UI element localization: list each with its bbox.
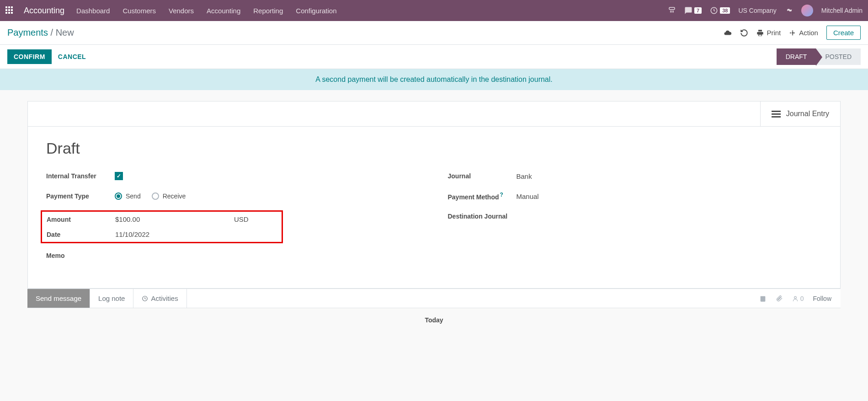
activities-badge: 38 bbox=[720, 7, 730, 14]
breadcrumb-parent[interactable]: Payments bbox=[7, 27, 48, 37]
phone-icon[interactable] bbox=[668, 6, 676, 15]
status-posted[interactable]: POSTED bbox=[816, 48, 861, 65]
value-journal[interactable]: Bank bbox=[517, 172, 532, 180]
svg-point-3 bbox=[794, 296, 796, 299]
nav-dashboard[interactable]: Dashboard bbox=[76, 7, 110, 15]
status-draft[interactable]: DRAFT bbox=[777, 48, 816, 65]
journal-entry-button[interactable]: Journal Entry bbox=[760, 102, 840, 126]
chatter-today: Today bbox=[27, 308, 841, 332]
value-date[interactable]: 11/10/2022 bbox=[115, 230, 149, 238]
discard-icon[interactable] bbox=[740, 29, 748, 37]
breadcrumb-current: New bbox=[56, 27, 74, 37]
messages-icon[interactable]: 7 bbox=[684, 6, 702, 15]
label-payment-method: Payment Method? bbox=[448, 192, 517, 201]
label-internal-transfer: Internal Transfer bbox=[46, 172, 115, 180]
value-payment-method[interactable]: Manual bbox=[517, 192, 539, 200]
tools-icon[interactable] bbox=[785, 6, 793, 15]
log-note-tab[interactable]: Log note bbox=[90, 289, 133, 308]
company-switcher[interactable]: US Company bbox=[738, 7, 776, 14]
avatar[interactable] bbox=[801, 5, 813, 16]
label-destination-journal: Destination Journal bbox=[448, 213, 517, 220]
nav-accounting[interactable]: Accounting bbox=[207, 7, 240, 15]
cloud-icon[interactable] bbox=[724, 29, 732, 37]
label-journal: Journal bbox=[448, 172, 517, 180]
value-currency[interactable]: USD bbox=[234, 215, 249, 223]
form-sheet: Journal Entry Draft Internal Transfer Pa… bbox=[27, 101, 841, 289]
follow-button[interactable]: Follow bbox=[813, 295, 831, 302]
record-title: Draft bbox=[46, 139, 822, 157]
label-amount: Amount bbox=[47, 216, 115, 223]
chatter: Send message Log note Activities 0 Follo… bbox=[27, 289, 841, 332]
send-message-tab[interactable]: Send message bbox=[27, 289, 90, 308]
radio-receive[interactable]: Receive bbox=[152, 192, 186, 200]
activities-icon[interactable]: 38 bbox=[710, 6, 730, 15]
nav-vendors[interactable]: Vendors bbox=[169, 7, 194, 15]
action-button[interactable]: Action bbox=[789, 29, 818, 37]
app-brand[interactable]: Accounting bbox=[24, 6, 64, 16]
activities-tab[interactable]: Activities bbox=[133, 289, 186, 308]
highlighted-fields: Amount $100.00 USD Date 11/10/2022 bbox=[41, 210, 283, 243]
value-amount[interactable]: $100.00 bbox=[115, 215, 234, 223]
status-steps: DRAFT POSTED bbox=[777, 48, 861, 65]
help-icon[interactable]: ? bbox=[500, 192, 503, 198]
statusbar: CONFIRM CANCEL DRAFT POSTED bbox=[0, 45, 868, 69]
attachment-icon[interactable] bbox=[776, 295, 783, 302]
info-banner: A second payment will be created automat… bbox=[0, 69, 868, 90]
control-panel: Payments / New Print Action Create bbox=[0, 21, 868, 45]
label-date: Date bbox=[47, 231, 115, 238]
username[interactable]: Mitchell Admin bbox=[821, 7, 863, 14]
nav-configuration[interactable]: Configuration bbox=[296, 7, 336, 15]
create-button[interactable]: Create bbox=[826, 26, 861, 40]
label-memo: Memo bbox=[46, 252, 115, 259]
cancel-button[interactable]: CANCEL bbox=[52, 49, 92, 64]
list-icon bbox=[772, 111, 781, 118]
print-button[interactable]: Print bbox=[756, 29, 781, 37]
breadcrumb: Payments / New bbox=[7, 27, 74, 38]
nav-menu: Dashboard Customers Vendors Accounting R… bbox=[76, 7, 336, 15]
messages-badge: 7 bbox=[694, 7, 702, 14]
apps-icon[interactable] bbox=[5, 6, 14, 15]
svg-point-1 bbox=[792, 32, 793, 34]
radio-send[interactable]: Send bbox=[115, 192, 141, 200]
book-icon[interactable] bbox=[759, 295, 767, 302]
checkbox-internal-transfer[interactable] bbox=[115, 172, 123, 180]
nav-reporting[interactable]: Reporting bbox=[253, 7, 283, 15]
confirm-button[interactable]: CONFIRM bbox=[7, 49, 52, 64]
nav-customers[interactable]: Customers bbox=[122, 7, 156, 15]
followers-count[interactable]: 0 bbox=[792, 295, 804, 302]
label-payment-type: Payment Type bbox=[46, 192, 115, 200]
navbar: Accounting Dashboard Customers Vendors A… bbox=[0, 0, 868, 21]
